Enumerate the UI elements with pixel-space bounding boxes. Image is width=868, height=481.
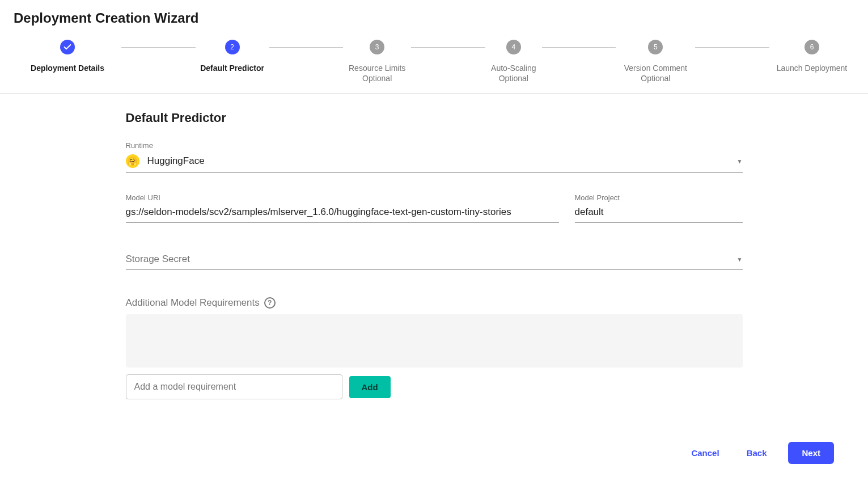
- step-number: 2: [225, 40, 240, 54]
- step-label: Version Comment: [624, 64, 687, 73]
- step-label: Auto-Scaling: [491, 64, 536, 73]
- storage-secret-select[interactable]: Storage Secret ▼: [126, 250, 743, 270]
- step-version-comment[interactable]: 5 Version Comment Optional: [616, 40, 695, 83]
- storage-secret-placeholder: Storage Secret: [126, 254, 737, 265]
- step-deployment-details[interactable]: Deployment Details: [14, 40, 121, 73]
- model-uri-input[interactable]: [126, 203, 559, 223]
- model-project-label: Model Project: [575, 193, 743, 202]
- requirement-input[interactable]: [126, 374, 342, 399]
- huggingface-icon: 🤗: [126, 154, 139, 168]
- back-button[interactable]: Back: [741, 444, 773, 462]
- step-sublabel: Optional: [362, 74, 392, 83]
- cancel-button[interactable]: Cancel: [685, 444, 725, 462]
- runtime-select[interactable]: 🤗 HuggingFace ▼: [126, 151, 743, 173]
- runtime-value: HuggingFace: [147, 155, 737, 167]
- model-uri-label: Model URI: [126, 193, 559, 202]
- help-icon[interactable]: ?: [264, 297, 276, 309]
- step-connector: [411, 47, 485, 48]
- step-connector: [695, 47, 769, 48]
- check-icon: [60, 40, 75, 54]
- step-label: Deployment Details: [31, 64, 104, 73]
- chevron-down-icon: ▼: [737, 158, 743, 164]
- model-project-input[interactable]: [575, 203, 743, 223]
- step-number: 4: [506, 40, 521, 54]
- step-sublabel: Optional: [499, 74, 528, 83]
- step-label: Resource Limits: [349, 64, 405, 73]
- wizard-footer: Cancel Back Next: [0, 433, 868, 481]
- add-requirement-button[interactable]: Add: [349, 376, 391, 398]
- step-number: 5: [648, 40, 663, 54]
- step-auto-scaling[interactable]: 4 Auto-Scaling Optional: [485, 40, 542, 83]
- step-default-predictor[interactable]: 2 Default Predictor: [196, 40, 269, 73]
- requirements-list: [126, 314, 743, 368]
- step-label: Default Predictor: [200, 64, 264, 73]
- section-title: Default Predictor: [126, 111, 743, 125]
- step-number: 3: [370, 40, 384, 54]
- step-connector: [269, 47, 344, 48]
- requirements-label: Additional Model Requirements: [126, 297, 260, 309]
- runtime-label: Runtime: [126, 141, 743, 150]
- step-resource-limits[interactable]: 3 Resource Limits Optional: [343, 40, 411, 83]
- step-connector: [121, 47, 196, 48]
- chevron-down-icon: ▼: [737, 256, 743, 263]
- step-connector: [542, 47, 616, 48]
- step-label: Launch Deployment: [777, 64, 848, 73]
- wizard-title: Deployment Creation Wizard: [0, 0, 868, 32]
- step-number: 6: [805, 40, 819, 54]
- next-button[interactable]: Next: [788, 442, 834, 464]
- step-launch-deployment[interactable]: 6 Launch Deployment: [769, 40, 854, 73]
- step-sublabel: Optional: [641, 74, 670, 83]
- stepper: Deployment Details 2 Default Predictor 3…: [0, 32, 868, 94]
